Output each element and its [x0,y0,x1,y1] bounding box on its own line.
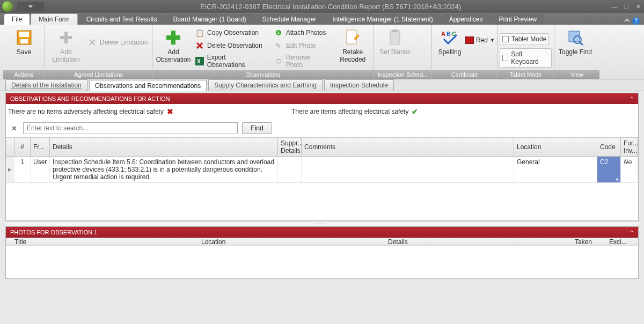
tablet-mode-label: Tablet Mode [511,35,546,43]
tablet-mode-checkbox[interactable]: Tablet Mode [500,33,549,45]
window-title: EICR-202412-0387 Electrical Installation… [50,3,611,11]
add-observation-label: Add Observation [156,48,191,63]
collapse-icon[interactable]: ⌃ [630,96,634,102]
copy-observation-button[interactable]: 📋Copy Observation [193,27,267,39]
remove-photo-button[interactable]: Remove Photo [272,53,330,70]
checkbox-icon [502,36,509,42]
col-location[interactable]: Location [514,138,597,156]
col-code[interactable]: Code [597,138,621,156]
spelling-label: Spelling [438,48,462,56]
col-photo-taken[interactable]: Taken [575,238,609,246]
group-tablet-mode-label: Tablet Mode [497,70,554,79]
svg-line-21 [580,42,583,45]
remove-photo-label: Remove Photo [286,54,328,69]
clear-search-button[interactable]: ✕ [9,124,19,132]
tab-intelligence-manager[interactable]: Intelligence Manager (1 Statement) [325,14,440,25]
delete-icon [87,38,97,47]
minimize-button[interactable]: — [611,3,618,10]
soft-keyboard-checkbox[interactable]: Soft Keyboard [500,48,552,68]
col-suppress-details[interactable]: Suppr... Details [278,138,302,156]
red-swatch-icon [465,36,474,44]
svg-text:A: A [441,31,445,37]
set-blanks-button[interactable]: Set Blanks [376,26,414,58]
toggle-find-button[interactable]: Toggle Find [557,26,594,58]
items-text: There are items affecting electrical saf… [291,108,409,115]
svg-rect-2 [20,39,28,43]
col-comments[interactable]: Comments [302,138,514,156]
tab-circuits[interactable]: Circuits and Test Results [79,14,165,25]
col-photo-excl[interactable]: Excl... [609,238,632,246]
tab-appendices[interactable]: Appendices [442,14,491,25]
remove-icon [274,56,283,66]
subtab-inspection[interactable]: Inspection Schedule [324,79,394,91]
magnifier-icon [566,28,584,47]
edit-photo-button[interactable]: ✎Edit Photo [272,40,330,51]
col-from[interactable]: Fr... [31,138,50,156]
col-details[interactable]: Details [50,138,278,156]
clipboard-icon [386,28,404,47]
col-further-inv[interactable]: Fur... Inv... [621,138,638,156]
plus-icon [57,28,75,47]
group-limitations-label: Agreed Limitations [45,70,152,79]
collapse-icon[interactable]: ⌃ [630,230,634,235]
save-button[interactable]: Save [5,26,42,58]
svg-text:X: X [197,58,201,64]
spelling-button[interactable]: ABC Spelling [434,26,465,58]
subtab-supply[interactable]: Supply Characteristics and Earthing [208,79,323,91]
app-orb-icon[interactable] [2,1,13,12]
col-photo-location[interactable]: Location [201,238,388,246]
svg-rect-1 [19,32,29,37]
window-titlebar: EICR-202412-0387 Electrical Installation… [0,0,644,13]
search-input[interactable] [23,122,238,134]
cell-further-inv: No [621,157,638,182]
cell-comments [302,157,514,182]
row-selector-header [6,138,14,156]
svg-rect-6 [166,35,180,40]
subtab-observations[interactable]: Observations and Recommendations [89,80,207,91]
observations-panel-heading: OBSERVATIONS AND RECOMMENDATIONS FOR ACT… [10,95,170,102]
add-limitation-button[interactable]: Add Limitation [47,26,85,66]
splitter-handle[interactable]: :::::: [5,221,639,226]
close-button[interactable]: ✕ [634,3,642,10]
delete-observation-label: Delete Observation [207,42,262,49]
svg-rect-14 [390,31,400,45]
quick-access-toolbar[interactable] [17,2,44,11]
cell-location: General [514,157,597,182]
col-num[interactable]: # [14,138,31,156]
export-observations-button[interactable]: XExport Observations [193,53,267,70]
attach-photos-button[interactable]: +Attach Photos [272,27,330,39]
svg-rect-13 [347,30,356,44]
tab-board-manager[interactable]: Board Manager (1 Board) [166,14,254,25]
retake-recoded-label: Retake Recoded [335,48,370,63]
maximize-button[interactable]: □ [623,3,630,10]
delete-limitation-button[interactable]: Delete Limitation [86,36,149,48]
find-button[interactable]: Find [242,122,272,134]
add-observation-button[interactable]: Add Observation [155,26,192,66]
tab-print-preview[interactable]: Print Preview [492,14,545,25]
col-photo-details[interactable]: Details [388,238,575,246]
tab-schedule-manager[interactable]: Schedule Manager [255,14,324,25]
svg-text:B: B [447,31,451,37]
cell-code[interactable]: C2 [597,157,621,182]
chevron-up-icon[interactable] [624,17,631,25]
svg-rect-4 [60,36,72,39]
tab-main-form[interactable]: Main Form [31,13,77,25]
help-icon[interactable]: ? [632,17,640,25]
soft-keyboard-label: Soft Keyboard [511,50,549,65]
subtab-details[interactable]: Details of the Installation [5,79,87,91]
table-row[interactable]: ▶ 1 User Inspection Schedule Item 5.6: C… [6,157,638,183]
delete-red-icon [195,41,204,50]
row-selector[interactable]: ▶ [6,157,14,182]
observations-panel: OBSERVATIONS AND RECOMMENDATIONS FOR ACT… [5,93,639,221]
color-selector[interactable]: Red ▼ [465,36,495,44]
delete-observation-button[interactable]: Delete Observation [193,40,267,51]
document-pencil-icon [343,28,362,47]
tab-file[interactable]: File [4,14,30,25]
ribbon: Save Actions Add Limitation Delete Limit… [0,25,644,79]
subtabs: Details of the Installation Observations… [0,79,644,91]
main-tabs: File Main Form Circuits and Test Results… [0,13,644,25]
retake-recoded-button[interactable]: Retake Recoded [334,26,371,66]
edit-photo-label: Edit Photo [286,42,316,49]
col-photo-title[interactable]: Title [14,238,201,246]
cell-details: Inspection Schedule Item 5.6: Coordinati… [50,157,278,182]
